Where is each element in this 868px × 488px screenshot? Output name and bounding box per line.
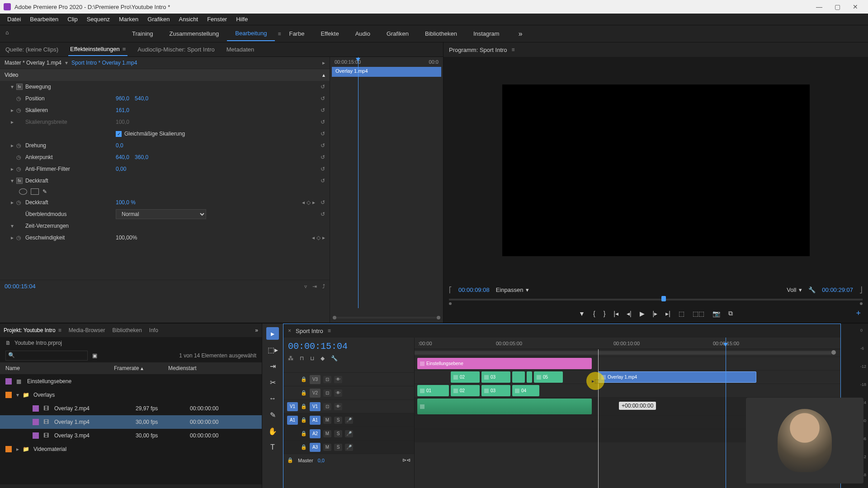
panel-menu-icon[interactable]: ≡: [328, 328, 331, 334]
panel-menu-icon[interactable]: ≡: [123, 46, 126, 52]
pin-icon[interactable]: ⤴: [322, 283, 325, 290]
twisty-icon[interactable]: ▾: [11, 178, 16, 184]
ellipse-mask-icon[interactable]: [19, 188, 27, 195]
menu-bearbeiten[interactable]: Bearbeiten: [25, 14, 63, 24]
workspace-bearbeitung[interactable]: Bearbeitung: [227, 26, 275, 41]
stopwatch-icon[interactable]: ◷: [16, 235, 23, 241]
workspace-farbe[interactable]: Farbe: [281, 27, 312, 41]
ec-group-bewegung[interactable]: ▾ fx Bewegung ↺: [0, 81, 330, 93]
twisty-icon[interactable]: ▸: [11, 166, 16, 172]
ec-position-x[interactable]: 960,0: [116, 95, 129, 102]
reset-icon[interactable]: ↺: [321, 211, 325, 217]
mute-toggle[interactable]: M: [323, 444, 331, 451]
reset-icon[interactable]: ↺: [321, 95, 325, 102]
tab-metadaten[interactable]: Metadaten: [225, 43, 256, 56]
ec-timecode[interactable]: 00:00:15:04: [5, 283, 36, 290]
twisty-icon[interactable]: ▾: [16, 392, 23, 398]
project-item[interactable]: 🎞Overlay 1.mp430,00 fps00:00:00:00: [0, 415, 262, 429]
track-header-a2[interactable]: 🔒 A2 M S 🎤: [283, 427, 414, 440]
track-target-a3[interactable]: A3: [310, 443, 321, 452]
track-target-v3[interactable]: V3: [310, 375, 321, 384]
timeline-playhead[interactable]: [726, 338, 726, 488]
ec-group-zeit[interactable]: ▾ Zeit-Verzerrungen: [0, 220, 330, 232]
stopwatch-icon[interactable]: ◷: [16, 199, 23, 206]
home-icon[interactable]: ⌂: [5, 29, 15, 38]
toggle-track-output[interactable]: 👁: [334, 403, 342, 410]
toggle-track-output[interactable]: 👁: [334, 389, 342, 397]
voiceover-icon[interactable]: 🎤: [345, 430, 353, 437]
ec-drehung-val[interactable]: 0,0: [116, 142, 123, 149]
menu-ansicht[interactable]: Ansicht: [174, 14, 203, 24]
step-forward-icon[interactable]: |▸: [653, 310, 658, 317]
project-item[interactable]: 🎞Overlay 2.mp429,97 fps00:00:00:00: [0, 402, 262, 415]
timeline-settings-icon[interactable]: 🔧: [331, 355, 338, 361]
twisty-icon[interactable]: ▾: [11, 223, 16, 229]
menu-hilfe[interactable]: Hilfe: [231, 14, 252, 24]
program-timecode-current[interactable]: 00:00:09:08: [458, 286, 490, 293]
stopwatch-icon[interactable]: ◷: [16, 95, 23, 102]
clip[interactable]: 04: [512, 385, 539, 396]
solo-toggle[interactable]: S: [334, 417, 342, 424]
extract-icon[interactable]: ⬚⬚: [693, 310, 704, 317]
master-value[interactable]: 0,0: [318, 458, 325, 463]
voiceover-icon[interactable]: 🎤: [345, 444, 353, 451]
add-keyframe-icon[interactable]: ◇: [316, 235, 321, 241]
lock-icon[interactable]: 🔒: [287, 457, 293, 463]
comparison-icon[interactable]: ⧉: [728, 310, 733, 317]
new-bin-icon[interactable]: ▣: [92, 352, 97, 359]
tabs-overflow-icon[interactable]: »: [255, 327, 258, 333]
mark-out-icon[interactable]: }: [604, 310, 606, 317]
timeline-marker-icon[interactable]: ◆: [321, 355, 325, 361]
linked-selection-icon[interactable]: ⊓: [300, 355, 304, 361]
timeline-work-area[interactable]: [415, 349, 840, 357]
chevron-down-icon[interactable]: ▾: [65, 60, 68, 66]
track-header-a1[interactable]: A1 🔒 A1 M S 🎤: [283, 413, 414, 427]
settings-wrench-icon[interactable]: 🔧: [808, 286, 816, 293]
toggle-sync-lock[interactable]: ⊡: [323, 403, 331, 410]
stopwatch-icon[interactable]: ◷: [16, 166, 23, 172]
program-quality-select[interactable]: Voll▾: [787, 286, 802, 293]
voiceover-icon[interactable]: 🎤: [345, 417, 353, 424]
clip[interactable]: 05: [534, 371, 563, 383]
timeline-ruler[interactable]: :00:0000:00:05:0000:00:10:0000:00:15:00: [415, 338, 840, 349]
program-playhead[interactable]: [661, 296, 666, 301]
solo-toggle[interactable]: S: [334, 430, 342, 437]
go-to-out-icon[interactable]: ▸|: [665, 310, 670, 317]
close-button[interactable]: ✕: [846, 0, 864, 14]
menu-fenster[interactable]: Fenster: [203, 14, 231, 24]
ec-mini-timeline[interactable]: 00:00:15:00 00:0 Overlay 1.mp4: [330, 57, 443, 323]
ec-position-y[interactable]: 540,0: [135, 95, 148, 102]
zoom-handle-left[interactable]: [333, 316, 336, 319]
workspace-bibliotheken[interactable]: Bibliotheken: [417, 27, 465, 41]
lock-icon[interactable]: 🔒: [301, 444, 307, 450]
track-select-tool[interactable]: ⬚▸: [266, 343, 279, 356]
workspace-training[interactable]: Training: [124, 27, 161, 41]
mute-toggle[interactable]: M: [323, 417, 331, 424]
panel-menu-icon[interactable]: ≡: [512, 47, 515, 53]
ec-group-deckkraft[interactable]: ▾ fx Deckkraft ↺: [0, 175, 330, 187]
filter-icon[interactable]: ▿: [304, 283, 307, 290]
project-search-input[interactable]: [5, 351, 88, 361]
workspace-grafiken[interactable]: Grafiken: [378, 27, 417, 41]
pen-tool[interactable]: ✎: [266, 408, 279, 421]
lock-icon[interactable]: 🔒: [301, 431, 307, 436]
marker-out-icon[interactable]: ⎦: [859, 286, 863, 293]
solo-toggle[interactable]: S: [334, 444, 342, 451]
reset-icon[interactable]: ↺: [321, 166, 325, 172]
twisty-icon[interactable]: ▸: [11, 199, 16, 206]
workspace-zusammenstellung[interactable]: Zusammenstellung: [161, 27, 227, 41]
toggle-sync-lock[interactable]: ⊡: [323, 389, 331, 397]
tab-effekteinstellungen[interactable]: Effekteinstellungen≡: [68, 43, 127, 56]
scrub-handle-right[interactable]: [860, 302, 863, 305]
workspace-effekte[interactable]: Effekte: [312, 27, 347, 41]
track-v2[interactable]: Overlay 1.mp4 020305: [415, 370, 840, 384]
source-patch-v1[interactable]: V1: [287, 402, 298, 411]
clip[interactable]: 02: [451, 385, 480, 396]
ec-master-clip[interactable]: Master * Overlay 1.mp4: [5, 60, 61, 66]
step-back-icon[interactable]: ◂|: [627, 310, 632, 317]
twisty-icon[interactable]: ▸: [11, 107, 16, 113]
add-marker-icon[interactable]: ▼: [579, 310, 585, 317]
stopwatch-icon[interactable]: ◷: [16, 107, 23, 113]
mark-in-icon[interactable]: {: [593, 310, 595, 317]
clip[interactable]: 03: [481, 371, 510, 383]
